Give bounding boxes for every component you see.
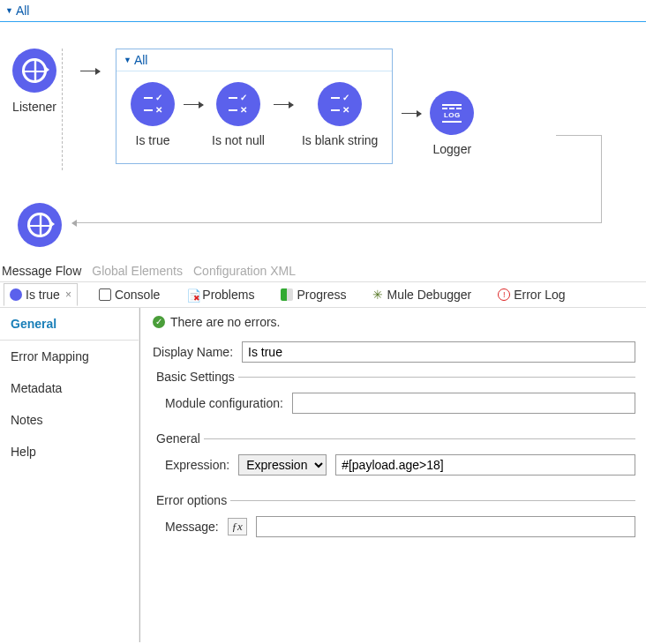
problems-icon: 📄 [186, 288, 199, 301]
expression-mode-select[interactable]: Expression [238, 454, 327, 476]
expression-input[interactable] [335, 454, 635, 476]
sidebar-item-metadata[interactable]: Metadata [0, 372, 139, 404]
sidebar-item-error-mapping[interactable]: Error Mapping [0, 341, 139, 372]
tab-label: Progress [297, 288, 346, 302]
validation-icon [10, 288, 22, 301]
ok-icon: ✓ [153, 316, 165, 328]
progress-icon [281, 288, 293, 301]
is-not-null-label: Is not null [212, 133, 265, 147]
is-blank-string-node[interactable]: ✓ ✕ Is blank string [302, 82, 378, 147]
source-divider [62, 49, 63, 170]
tab-global-elements[interactable]: Global Elements [92, 264, 183, 278]
properties-body: General Error Mapping Metadata Notes Hel… [0, 308, 646, 642]
is-not-null-node[interactable]: ✓ ✕ Is not null [212, 82, 265, 147]
message-label: Message: [165, 520, 219, 534]
outer-scope-header[interactable]: ▼ All [0, 0, 646, 22]
status-row: ✓ There are no errors. [153, 315, 635, 329]
tab-progress[interactable]: Progress [275, 284, 351, 305]
collapse-icon[interactable]: ▼ [5, 6, 13, 15]
fx-toggle-icon[interactable]: ƒx [228, 518, 247, 535]
sidebar-item-notes[interactable]: Notes [0, 404, 139, 436]
close-icon[interactable]: × [65, 288, 71, 301]
tab-error-log[interactable]: ! Error Log [492, 284, 570, 305]
message-input[interactable] [256, 516, 635, 537]
listener-label: Listener [12, 100, 56, 114]
properties-view-tabs: Is true × Console 📄 Problems Progress ✳ … [0, 281, 646, 308]
inner-all-scope[interactable]: ▼ All ✓ ✕ Is true [116, 49, 393, 164]
response-node[interactable] [18, 203, 62, 247]
collapse-icon[interactable]: ▼ [124, 56, 131, 64]
properties-form: ✓ There are no errors. Display Name: Bas… [140, 308, 646, 642]
tab-label: Error Log [514, 288, 565, 302]
http-listener-icon [12, 49, 56, 93]
tab-message-flow[interactable]: Message Flow [2, 264, 81, 278]
bug-icon: ✳ [372, 288, 383, 302]
outer-scope-label: All [16, 4, 30, 18]
tab-console[interactable]: Console [94, 284, 165, 305]
inner-scope-body: ✓ ✕ Is true ✓ ✕ Is not null [116, 71, 392, 163]
tab-label: Problems [202, 288, 254, 302]
flow-row: Listener ▼ All ✓ ✕ Is true [12, 49, 474, 170]
http-listener-icon [18, 203, 62, 247]
error-options-group: Error options Message: ƒx [153, 493, 635, 548]
module-config-row: Module configuration: [153, 393, 635, 414]
error-options-legend: Error options [153, 493, 230, 507]
logger-node[interactable]: LOG Logger [430, 91, 474, 156]
tab-label: Is true [26, 288, 60, 302]
sidebar-item-help[interactable]: Help [0, 436, 139, 468]
tab-problems[interactable]: 📄 Problems [181, 284, 259, 305]
error-icon: ! [498, 288, 510, 301]
arrow-icon [402, 91, 421, 135]
tab-mule-debugger[interactable]: ✳ Mule Debugger [367, 284, 477, 305]
arrow-icon [184, 82, 203, 126]
basic-settings-group: Basic Settings Module configuration: [153, 370, 635, 424]
display-name-input[interactable] [242, 341, 635, 363]
sidebar-item-general[interactable]: General [0, 308, 139, 341]
tab-label: Console [115, 288, 160, 302]
listener-node[interactable]: Listener [12, 49, 56, 114]
module-config-label: Module configuration: [165, 396, 283, 410]
module-config-input[interactable] [292, 393, 635, 414]
is-blank-string-label: Is blank string [302, 133, 378, 147]
basic-settings-legend: Basic Settings [153, 370, 238, 384]
inner-scope-label: All [134, 53, 148, 67]
general-legend: General [153, 431, 204, 446]
arrow-icon [80, 49, 100, 93]
tab-label: Mule Debugger [387, 288, 471, 302]
general-group: General Expression: Expression [153, 431, 635, 486]
return-arrow [601, 135, 602, 223]
arrow-icon [274, 82, 293, 126]
display-name-row: Display Name: [153, 341, 635, 363]
logger-icon: LOG [430, 91, 474, 135]
console-icon [99, 288, 111, 301]
expression-row: Expression: Expression [153, 454, 635, 476]
editor-view-tabs: Message Flow Global Elements Configurati… [0, 260, 646, 281]
return-arrow [556, 135, 602, 136]
is-true-label: Is true [136, 133, 170, 147]
logger-label: Logger [433, 142, 472, 156]
inner-scope-header[interactable]: ▼ All [116, 49, 392, 71]
message-row: Message: ƒx [153, 516, 635, 537]
display-name-label: Display Name: [153, 345, 233, 359]
expression-label: Expression: [165, 458, 229, 472]
return-arrow [72, 222, 602, 223]
is-true-node[interactable]: ✓ ✕ Is true [131, 82, 175, 147]
validation-icon: ✓ ✕ [131, 82, 175, 126]
validation-icon: ✓ ✕ [216, 82, 260, 126]
tab-is-true[interactable]: Is true × [4, 283, 78, 306]
status-text: There are no errors. [170, 315, 281, 329]
properties-sidebar: General Error Mapping Metadata Notes Hel… [0, 308, 140, 642]
validation-icon: ✓ ✕ [318, 82, 362, 126]
flow-canvas[interactable]: ▼ All Listener ▼ All ✓ [0, 0, 646, 260]
tab-configuration-xml[interactable]: Configuration XML [193, 264, 296, 278]
